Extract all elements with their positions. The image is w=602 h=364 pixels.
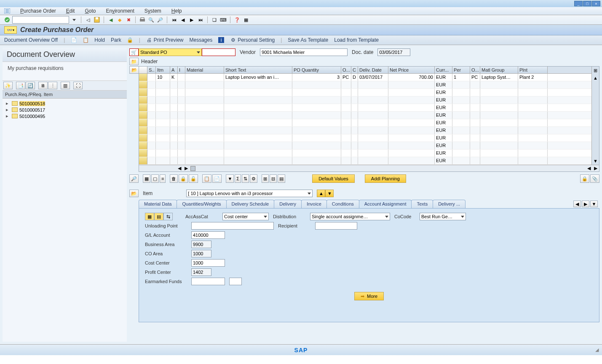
grid-cell[interactable] bbox=[452, 157, 470, 164]
delete-icon[interactable]: 🗑 bbox=[170, 174, 178, 183]
col-plnt[interactable]: Plnt bbox=[518, 67, 548, 73]
grid-cell[interactable]: 1 bbox=[452, 74, 470, 81]
grid-cell[interactable] bbox=[292, 134, 341, 142]
row-selector[interactable] bbox=[139, 89, 147, 96]
grid-cell[interactable] bbox=[388, 112, 435, 119]
grid-cell[interactable]: Laptop Lenovo with an i… bbox=[224, 74, 292, 81]
columns-icon[interactable]: ▥ bbox=[61, 82, 70, 89]
table-row[interactable]: EUR bbox=[139, 142, 591, 150]
grid-cell[interactable] bbox=[170, 157, 178, 164]
grid-cell[interactable] bbox=[341, 119, 351, 126]
row-selector[interactable] bbox=[139, 112, 147, 119]
title-badge-icon[interactable]: 👓▾ bbox=[4, 26, 17, 34]
table-row[interactable]: EUR bbox=[139, 157, 591, 165]
grid-cell[interactable] bbox=[178, 89, 185, 96]
earmarked-funds-item-input[interactable] bbox=[229, 278, 242, 285]
co-area-input[interactable] bbox=[191, 250, 211, 257]
grid-cell[interactable] bbox=[178, 119, 185, 126]
grid-cell[interactable] bbox=[178, 134, 185, 142]
tab-delivery-schedule[interactable]: Delivery Schedule bbox=[226, 200, 275, 208]
tree-node[interactable]: ▸ 5010000495 bbox=[6, 113, 123, 119]
grid-cell[interactable]: EUR bbox=[435, 74, 452, 81]
tab-account-assignment[interactable]: Account Assignment bbox=[359, 200, 412, 208]
col-a[interactable]: A bbox=[170, 67, 178, 73]
grid-cell[interactable] bbox=[452, 81, 470, 88]
grid-cell[interactable] bbox=[452, 127, 470, 134]
grid-cell[interactable] bbox=[341, 157, 351, 164]
grid-cell[interactable] bbox=[452, 104, 470, 111]
cocode-select[interactable]: Best Run Ge… bbox=[420, 213, 466, 220]
layout-icon[interactable]: ▦ bbox=[242, 16, 250, 24]
grid-cell[interactable] bbox=[470, 150, 480, 157]
tab-scroll-left-icon[interactable]: ◀ bbox=[573, 201, 581, 207]
col-opu[interactable]: O... bbox=[470, 67, 480, 73]
col-deliv-date[interactable]: Deliv. Date bbox=[358, 67, 388, 73]
grid-cell[interactable] bbox=[388, 81, 435, 88]
grid-cell[interactable] bbox=[470, 81, 480, 88]
grid-cell[interactable] bbox=[185, 104, 224, 111]
col-per[interactable]: Per bbox=[452, 67, 470, 73]
grid-cell[interactable] bbox=[470, 142, 480, 149]
grid-cell[interactable] bbox=[156, 127, 170, 134]
grid-cell[interactable] bbox=[388, 157, 435, 164]
grid-cell[interactable] bbox=[452, 150, 470, 157]
grid-cell[interactable] bbox=[480, 104, 518, 111]
row-selector[interactable] bbox=[139, 96, 147, 104]
grid-cell[interactable] bbox=[147, 157, 156, 164]
window-maximize-button[interactable]: □ bbox=[583, 1, 591, 6]
grid-cell[interactable] bbox=[358, 119, 388, 126]
item-down-button[interactable]: ▼ bbox=[325, 190, 334, 197]
cost-center-input[interactable] bbox=[191, 259, 225, 267]
grid-cell[interactable] bbox=[224, 104, 292, 111]
tab-quantities-weights[interactable]: Quantities/Weights bbox=[177, 200, 226, 208]
toggle-icon[interactable]: ⇆ bbox=[163, 213, 173, 220]
gl-account-input[interactable] bbox=[191, 231, 225, 239]
grid-cell[interactable] bbox=[292, 112, 341, 119]
tab-material-data[interactable]: Material Data bbox=[139, 200, 177, 208]
tab-scroll-right-icon[interactable]: ▶ bbox=[582, 201, 589, 207]
grid-cell[interactable] bbox=[518, 119, 548, 126]
menu-goto[interactable]: Goto bbox=[85, 8, 96, 14]
tab-texts[interactable]: Texts bbox=[411, 200, 433, 208]
grid-cell[interactable] bbox=[388, 134, 435, 142]
grid-cell[interactable] bbox=[388, 89, 435, 96]
grid-cell[interactable] bbox=[156, 104, 170, 111]
single-view-icon[interactable]: ▦ bbox=[145, 213, 154, 220]
collapse-icon[interactable]: ⊟ bbox=[270, 174, 277, 183]
grid-cell[interactable] bbox=[224, 89, 292, 96]
grid-cell[interactable] bbox=[185, 127, 224, 134]
grid-cell[interactable] bbox=[470, 134, 480, 142]
grid-cell[interactable] bbox=[351, 134, 358, 142]
grid-cell[interactable]: 700.00 bbox=[388, 74, 435, 81]
sum-icon[interactable]: Σ bbox=[235, 174, 241, 183]
grid-cell[interactable] bbox=[170, 119, 178, 126]
grid-cell[interactable] bbox=[358, 150, 388, 157]
prev-page-icon[interactable]: ◀ bbox=[179, 16, 187, 24]
col-curr[interactable]: Curr... bbox=[435, 67, 452, 73]
back-green-icon[interactable]: ◀ bbox=[107, 16, 115, 24]
grid-cell[interactable] bbox=[470, 157, 480, 164]
col-i[interactable]: I bbox=[178, 67, 185, 73]
grid-cell[interactable]: EUR bbox=[435, 142, 452, 149]
grid-cell[interactable] bbox=[185, 96, 224, 104]
print-icon[interactable] bbox=[139, 16, 146, 24]
grid-cell[interactable]: EUR bbox=[435, 112, 452, 119]
accasscat-select[interactable]: Cost center bbox=[222, 213, 269, 220]
window-close-button[interactable]: × bbox=[592, 1, 600, 6]
copy-icon[interactable]: 📋 bbox=[202, 174, 211, 183]
grid-cell[interactable] bbox=[147, 104, 156, 111]
grid-cell[interactable] bbox=[351, 112, 358, 119]
grid-cell[interactable]: K bbox=[170, 74, 178, 81]
table-row[interactable]: EUR bbox=[139, 119, 591, 127]
sort2-icon[interactable]: ⇅ bbox=[242, 174, 249, 183]
deselect-icon[interactable]: ▢ bbox=[151, 174, 159, 183]
window-minimize-button[interactable]: _ bbox=[574, 1, 583, 6]
tree-toggle-icon[interactable]: ▸ bbox=[6, 107, 10, 112]
table-row[interactable]: EUR bbox=[139, 104, 591, 112]
grid-cell[interactable] bbox=[518, 134, 548, 142]
col-net-price[interactable]: Net Price bbox=[388, 67, 435, 73]
grid-cell[interactable] bbox=[147, 119, 156, 126]
grid-cell[interactable] bbox=[470, 104, 480, 111]
grid-cell[interactable] bbox=[156, 96, 170, 104]
row-selector[interactable] bbox=[139, 142, 147, 149]
